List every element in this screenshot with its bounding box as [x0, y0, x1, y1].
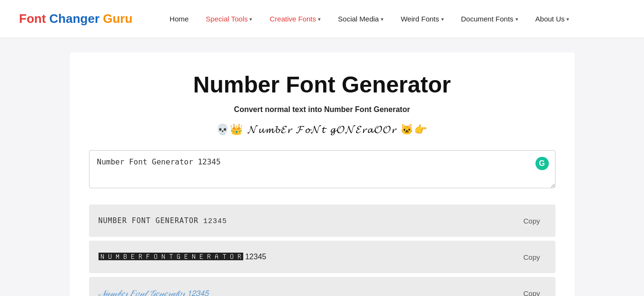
nav-link-special-tools[interactable]: Special Tools ▾: [197, 0, 261, 38]
result-row-2: 🅽🆄🅼🅱🅴🆁🅵🅾🅽🆃🅶🅴🅽🅴🆁🅰🆃🅾🆁 12345 Copy: [89, 241, 555, 273]
nav-item-home[interactable]: Home: [161, 0, 197, 38]
main-content: Number Font Generator Convert normal tex…: [70, 52, 575, 296]
logo-font: Font: [19, 11, 46, 26]
logo-guru: Guru: [99, 11, 132, 26]
chevron-down-icon: ▾: [441, 0, 444, 38]
decorative-text: 💀👑 𝓝𝓾𝓶𝓫𝓔𝓻 𝓕𝓸𝓝𝓽 𝓰𝓞𝓝𝓔𝓻𝓪𝓞𝓞𝓻 🐱👉: [89, 123, 555, 136]
nav-item-social-media[interactable]: Social Media ▾: [329, 0, 392, 38]
result-text-2: 🅽🆄🅼🅱🅴🆁🅵🅾🅽🆃🅶🅴🅽🅴🆁🅰🆃🅾🆁 12345: [99, 253, 518, 261]
nav-item-weird-fonts[interactable]: Weird Fonts ▾: [392, 0, 453, 38]
nav-item-about-us[interactable]: About Us ▾: [527, 0, 578, 38]
text-input[interactable]: Number Font Generator 12345: [89, 150, 555, 188]
nav-item-document-fonts[interactable]: Document Fonts ▾: [453, 0, 527, 38]
nav-link-social-media[interactable]: Social Media ▾: [329, 0, 392, 38]
chevron-down-icon: ▾: [318, 0, 321, 38]
navbar: Font Changer Guru Home Special Tools ▾ C…: [0, 0, 644, 38]
result-row-3: 𝒩𝓊𝓂𝒷𝑒𝓇 𝐹𝑜𝓃𝓉 𝒢𝑒𝓃𝑒𝓇𝒶𝓉𝑜𝓇 𝟣𝟤𝟥𝟦𝟧 Copy: [89, 277, 555, 296]
page-subtitle: Convert normal text into Number Font Gen…: [89, 105, 555, 114]
nav-item-creative-fonts[interactable]: Creative Fonts ▾: [261, 0, 329, 38]
chevron-down-icon: ▾: [515, 0, 518, 38]
logo[interactable]: Font Changer Guru: [19, 11, 132, 26]
chevron-down-icon: ▾: [381, 0, 384, 38]
nav-link-weird-fonts[interactable]: Weird Fonts ▾: [392, 0, 453, 38]
nav-link-about-us[interactable]: About Us ▾: [527, 0, 578, 38]
chevron-down-icon: ▾: [566, 0, 569, 38]
nav-link-home[interactable]: Home: [161, 0, 197, 38]
result-row-1: 𝙽𝚄𝙼𝙱𝙴𝚁 𝙵𝙾𝙽𝚃 𝙶𝙴𝙽𝙴𝚁𝙰𝚃𝙾𝚁 12345 Copy: [89, 204, 555, 237]
nav-links: Home Special Tools ▾ Creative Fonts ▾ So…: [161, 0, 625, 38]
nav-item-special-tools[interactable]: Special Tools ▾: [197, 0, 261, 38]
copy-button-2[interactable]: Copy: [517, 251, 545, 263]
copy-button-3[interactable]: Copy: [517, 287, 545, 296]
logo-changer: Changer: [46, 11, 99, 26]
result-text-3: 𝒩𝓊𝓂𝒷𝑒𝓇 𝐹𝑜𝓃𝓉 𝒢𝑒𝓃𝑒𝓇𝒶𝓉𝑜𝓇 𝟣𝟤𝟥𝟦𝟧: [99, 288, 518, 296]
chevron-down-icon: ▾: [249, 0, 252, 38]
nav-link-document-fonts[interactable]: Document Fonts ▾: [453, 0, 527, 38]
nav-link-creative-fonts[interactable]: Creative Fonts ▾: [261, 0, 329, 38]
page-title: Number Font Generator: [89, 71, 555, 98]
result-text-1: 𝙽𝚄𝙼𝙱𝙴𝚁 𝙵𝙾𝙽𝚃 𝙶𝙴𝙽𝙴𝚁𝙰𝚃𝙾𝚁 12345: [99, 216, 518, 225]
copy-button-1[interactable]: Copy: [517, 215, 545, 227]
input-area: Number Font Generator 12345 G: [89, 150, 555, 190]
grammarly-icon: G: [535, 157, 549, 170]
